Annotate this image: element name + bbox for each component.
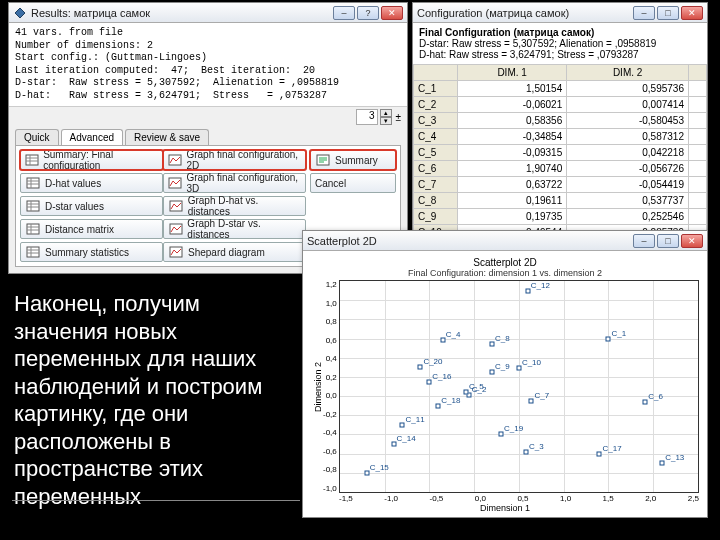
- chart-subtitle: Final Configuration: dimension 1 vs. dim…: [311, 268, 699, 278]
- grid-row[interactable]: C_61,90740-0,056726: [414, 161, 707, 177]
- mid-btn-label: Graph D-hat vs. distances: [188, 195, 301, 217]
- spin-up[interactable]: ▴: [380, 109, 392, 117]
- data-point[interactable]: [490, 370, 495, 375]
- mid-btn-0[interactable]: Graph final configuration, 2D: [163, 150, 306, 170]
- results-title: Results: матрица самок: [31, 7, 333, 19]
- cfg-head-line2: D-star: Raw stress = 5,307592; Alienatio…: [419, 38, 701, 49]
- svg-rect-16: [27, 247, 39, 257]
- tab-advanced[interactable]: Advanced: [61, 129, 123, 145]
- x-tick: -1,5: [339, 494, 353, 503]
- tab-review[interactable]: Review & save: [125, 129, 209, 145]
- left-btn-3[interactable]: Distance matrix: [20, 219, 163, 239]
- grid-row[interactable]: C_70,63722-0,054419: [414, 177, 707, 193]
- configuration-grid[interactable]: DIM. 1DIM. 2C_11,501540,595736C_2-0,0602…: [413, 64, 707, 241]
- left-button-column: Summary: Final configurationD-hat values…: [20, 150, 163, 262]
- cancel-button[interactable]: Cancel: [310, 173, 396, 193]
- svg-rect-8: [27, 201, 39, 211]
- data-point[interactable]: [660, 461, 665, 466]
- grid-cell: 0,58356: [458, 113, 567, 129]
- y-tick: 0,4: [326, 354, 337, 363]
- data-point-label: C_11: [405, 415, 424, 424]
- data-point[interactable]: [436, 403, 441, 408]
- scatter-titlebar[interactable]: Scatterplot 2D – □ ✕: [303, 231, 707, 251]
- slide-paragraph: Наконец, получим значения новых переменн…: [14, 290, 294, 510]
- spin-down[interactable]: ▾: [380, 117, 392, 125]
- sc-maximize-button[interactable]: □: [657, 234, 679, 248]
- mid-btn-1[interactable]: Graph final configuration, 3D: [163, 173, 306, 193]
- y-tick: -0,2: [323, 410, 337, 419]
- cfg-head-line3: D-hat: Raw stress = 3,624791; Stress = ,…: [419, 49, 701, 60]
- data-point[interactable]: [597, 451, 602, 456]
- left-btn-1[interactable]: D-hat values: [20, 173, 163, 193]
- data-point-label: C_5: [469, 382, 484, 391]
- grid-row-header: C_1: [414, 81, 458, 97]
- configuration-header: Final Configuration (матрица самок) D-st…: [413, 23, 707, 64]
- y-tick: -0,8: [323, 465, 337, 474]
- data-point[interactable]: [418, 365, 423, 370]
- grid-row[interactable]: C_11,501540,595736: [414, 81, 707, 97]
- left-btn-label: Distance matrix: [45, 224, 114, 235]
- grid-row-header: C_2: [414, 97, 458, 113]
- grid-row[interactable]: C_4-0,348540,587312: [414, 129, 707, 145]
- dimensions-value[interactable]: 3: [356, 109, 378, 125]
- grid-row[interactable]: C_5-0,093150,042218: [414, 145, 707, 161]
- data-point[interactable]: [529, 398, 534, 403]
- data-point-label: C_15: [370, 463, 389, 472]
- left-btn-2[interactable]: D-star values: [20, 196, 163, 216]
- configuration-window: Configuration (матрица самок) – □ ✕ Fina…: [412, 2, 708, 242]
- tab-quick[interactable]: Quick: [15, 129, 59, 145]
- close-button[interactable]: ✕: [381, 6, 403, 20]
- configuration-titlebar[interactable]: Configuration (матрица самок) – □ ✕: [413, 3, 707, 23]
- data-point[interactable]: [464, 390, 469, 395]
- data-point[interactable]: [643, 399, 648, 404]
- sc-close-button[interactable]: ✕: [681, 234, 703, 248]
- data-point[interactable]: [400, 422, 405, 427]
- scatter-title: Scatterplot 2D: [307, 235, 633, 247]
- mid-btn-2[interactable]: Graph D-hat vs. distances: [163, 196, 306, 216]
- minimize-button[interactable]: –: [333, 6, 355, 20]
- sheet-icon: [25, 222, 41, 236]
- grid-row[interactable]: C_90,197350,252546: [414, 209, 707, 225]
- left-btn-4[interactable]: Summary statistics: [20, 242, 163, 262]
- grid-cell: 0,19735: [458, 209, 567, 225]
- left-btn-label: D-hat values: [45, 178, 101, 189]
- grid-row[interactable]: C_80,196110,537737: [414, 193, 707, 209]
- data-point[interactable]: [364, 470, 369, 475]
- cfg-minimize-button[interactable]: –: [633, 6, 655, 20]
- data-point[interactable]: [490, 342, 495, 347]
- scatter-plot[interactable]: C_1 C_2 C_3 C_4 C_5 C_6 C_7 C_8 C_9 C_10…: [339, 280, 699, 493]
- grid-row[interactable]: C_2-0,060210,007414: [414, 97, 707, 113]
- y-tick: 0,8: [326, 317, 337, 326]
- data-point-label: C_3: [529, 442, 544, 451]
- data-point-label: C_20: [423, 357, 442, 366]
- grid-row-header: C_6: [414, 161, 458, 177]
- results-titlebar[interactable]: Results: матрица самок – ? ✕: [9, 3, 407, 23]
- mid-btn-3[interactable]: Graph D-star vs. distances: [163, 219, 306, 239]
- data-point[interactable]: [391, 442, 396, 447]
- help-button[interactable]: ?: [357, 6, 379, 20]
- grid-row[interactable]: C_30,58356-0,580453: [414, 113, 707, 129]
- x-tick: 2,0: [645, 494, 656, 503]
- graph-icon: [168, 176, 182, 190]
- data-point[interactable]: [498, 432, 503, 437]
- left-btn-0[interactable]: Summary: Final configuration: [20, 150, 163, 170]
- grid-cell: -0,34854: [458, 129, 567, 145]
- cfg-close-button[interactable]: ✕: [681, 6, 703, 20]
- data-point[interactable]: [516, 366, 521, 371]
- grid-cell: 0,252546: [567, 209, 689, 225]
- chart-title: Scatterplot 2D: [311, 257, 699, 268]
- cfg-maximize-button[interactable]: □: [657, 6, 679, 20]
- summary-button[interactable]: Summary: [310, 150, 396, 170]
- y-tick: -0,4: [323, 428, 337, 437]
- data-point[interactable]: [524, 449, 529, 454]
- data-point[interactable]: [440, 337, 445, 342]
- grid-row-header: C_9: [414, 209, 458, 225]
- dimensions-suffix: ±: [396, 112, 402, 123]
- grid-cell: 0,587312: [567, 129, 689, 145]
- grid-cell: -0,06021: [458, 97, 567, 113]
- data-point[interactable]: [606, 336, 611, 341]
- mid-btn-4[interactable]: Shepard diagram: [163, 242, 306, 262]
- data-point[interactable]: [427, 379, 432, 384]
- data-point[interactable]: [525, 288, 530, 293]
- sc-minimize-button[interactable]: –: [633, 234, 655, 248]
